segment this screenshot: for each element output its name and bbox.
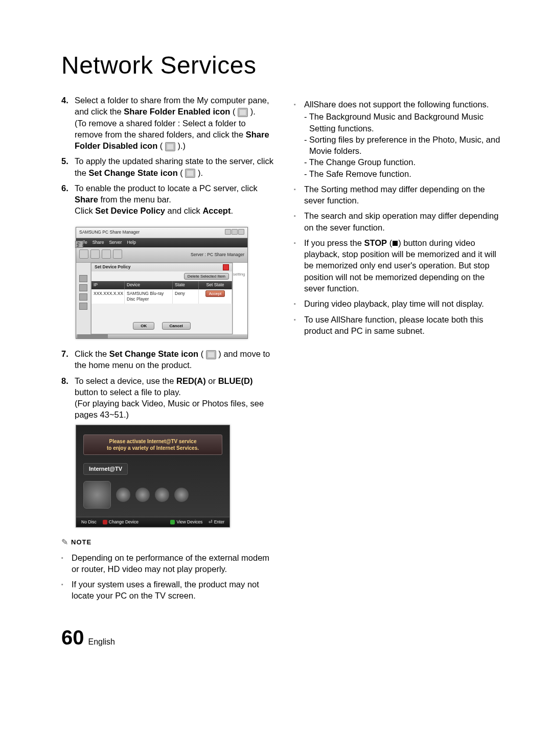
share-folder-disabled-icon [165, 142, 175, 151]
left-sidebar: My Co [76, 263, 91, 334]
window-controls [224, 229, 244, 236]
step-number: 5. [61, 155, 75, 178]
note-item: The Sorting method may differ depending … [304, 184, 506, 207]
cell-ip: XXX.XXX.X.XX [91, 289, 125, 304]
left-column: 4. Select a folder to share from the My … [61, 95, 273, 606]
right-column: ▪ AllShare does not support the followin… [294, 95, 506, 606]
language-label: English [88, 637, 115, 647]
settings-label: setting [233, 272, 247, 278]
note-item: If you press the STOP () button during v… [304, 237, 506, 294]
menu-bar: File Share Server Help [76, 238, 247, 247]
bullet-icon: ▪ [294, 99, 304, 179]
bullet-icon: ▪ [61, 552, 72, 575]
delete-selected-item-button: Delete Selected Item [184, 273, 229, 280]
bullet-icon: ▪ [294, 184, 304, 207]
app-icon [135, 488, 150, 502]
menu-help: Help [127, 240, 135, 245]
change-device-label: Change Device [109, 519, 139, 524]
set-change-state-icon [185, 169, 195, 178]
bullet-icon: ▪ [294, 314, 304, 337]
col-set-state: Set State [199, 281, 232, 289]
step-7-body: Click the Set Change State icon ( ) and … [75, 348, 273, 371]
bullet-icon: ▪ [61, 579, 72, 602]
red-button-icon [103, 520, 107, 524]
no-disc-label: No Disc [81, 519, 97, 525]
step-number: 7. [61, 348, 75, 371]
blue-button-icon [170, 520, 175, 524]
internet-tv-screenshot: Please activate Internet@TV service to e… [76, 425, 230, 528]
note-item: To use AllShare function, please locate … [304, 314, 506, 337]
bullet-icon: ▪ [294, 298, 304, 309]
toolbar-icon [90, 249, 100, 259]
bullet-icon: ▪ [294, 210, 304, 233]
my-computer-label: My Co [75, 241, 83, 248]
share-folder-enabled-icon [238, 108, 248, 117]
menu-server: Server [109, 240, 122, 245]
col-state: State [173, 281, 199, 289]
server-label: Server : PC Share Manager [191, 252, 244, 258]
cell-device: SAMSUNG Blu-ray Disc Player [125, 289, 173, 304]
sub-item: - Sorting files by preference in the Pho… [304, 134, 506, 157]
note-icon: ✎ [61, 537, 68, 548]
folder-icon [79, 293, 87, 301]
sub-item: - The Change Group function. [304, 156, 506, 168]
page-number: 60 [61, 626, 84, 649]
table-header: IP Device State Set State [91, 281, 232, 289]
page-title: Network Services [61, 51, 506, 79]
step-5-body: To apply the updated sharing state to th… [75, 155, 273, 178]
minimize-icon [225, 229, 231, 235]
pc-share-manager-screenshot: SAMSUNG PC Share Manager File Share Serv… [76, 227, 248, 339]
step-number: 8. [61, 375, 75, 421]
note-label: NOTE [71, 538, 91, 547]
note-item: AllShare does not support the following … [304, 99, 506, 179]
toolbar-icons [79, 249, 124, 260]
sub-item: - The Background Music and Background Mu… [304, 111, 506, 134]
step-8-body: To select a device, use the RED(A) or BL… [75, 375, 273, 421]
set-change-state-icon [206, 350, 216, 359]
table-row: XXX.XXX.X.XX SAMSUNG Blu-ray Disc Player… [91, 289, 232, 304]
enter-label: ⏎ Enter [209, 519, 224, 525]
toolbar-icon [113, 249, 122, 259]
col-ip: IP [91, 281, 125, 289]
app-tile-icon [83, 481, 111, 509]
banner-line1: Please activate Internet@TV service [86, 438, 220, 445]
step-number: 4. [61, 95, 75, 151]
view-devices-label: View Devices [176, 519, 202, 524]
note-item: If your system uses a firewall, the prod… [72, 579, 273, 602]
ok-button: OK [133, 322, 154, 330]
banner: Please activate Internet@TV service to e… [83, 434, 222, 455]
cell-state: Deny [173, 289, 199, 304]
app-icon [174, 488, 189, 502]
app-icon [116, 488, 130, 502]
scrollbar [76, 334, 247, 338]
maximize-icon [232, 229, 238, 235]
note-item: During video playback, play time will no… [304, 298, 506, 309]
step-number: 6. [61, 182, 75, 217]
banner-line2: to enjoy a variety of Internet Services. [86, 445, 220, 451]
stop-icon [393, 241, 398, 246]
note-item: The search and skip operation may differ… [304, 210, 506, 233]
step-4-body: Select a folder to share from the My com… [75, 95, 273, 151]
step-6-body: To enable the product to locate a PC ser… [75, 182, 273, 217]
cancel-button: Cancel [162, 322, 191, 330]
close-icon [238, 229, 244, 235]
bullet-icon: ▪ [294, 237, 304, 294]
window-title: SAMSUNG PC Share Manager [79, 230, 140, 235]
toolbar-icon [79, 249, 88, 259]
internet-tv-title: Internet@TV [83, 463, 128, 475]
toolbar-icon [102, 249, 111, 259]
folder-icon [79, 284, 87, 291]
col-device: Device [125, 281, 173, 289]
menu-share: Share [93, 240, 104, 245]
accept-button: Accept [205, 290, 225, 297]
sub-item: - The Safe Remove function. [304, 168, 506, 179]
right-panel: setting [233, 263, 247, 334]
note-item: Depending on te performance of the exter… [72, 552, 273, 575]
app-icon [155, 488, 169, 502]
folder-icon [79, 303, 87, 310]
close-icon [223, 264, 229, 270]
dialog-title: Set Device Policy [95, 264, 130, 270]
folder-icon [79, 275, 87, 282]
set-device-policy-dialog: Set Device Policy Delete Selected Item I… [91, 263, 233, 334]
